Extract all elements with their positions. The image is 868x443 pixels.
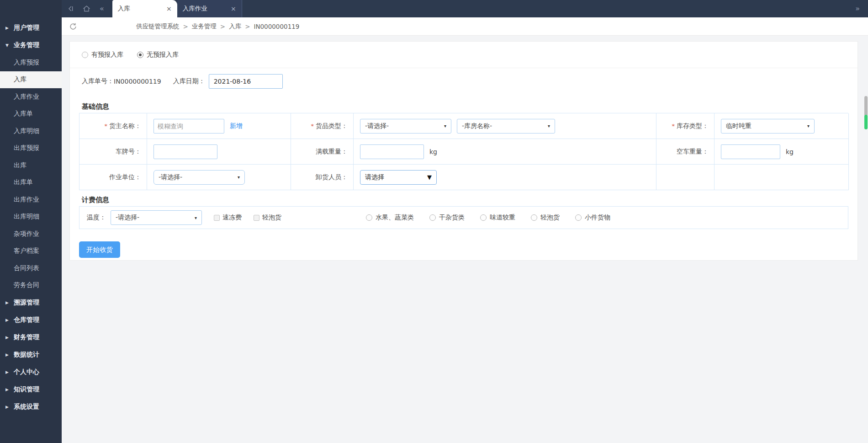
tab-inbound[interactable]: 入库 × <box>112 0 177 17</box>
sidebar-item-inbound-detail[interactable]: 入库明细 <box>0 123 62 140</box>
checkbox-light-bulky[interactable]: 轻泡货 <box>254 213 281 222</box>
select-value: -请选择- <box>365 122 389 130</box>
breadcrumb-item[interactable]: 供应链管理系统 <box>136 22 180 31</box>
breadcrumb-item: IN0000000119 <box>254 23 299 30</box>
plate-no-input[interactable] <box>153 144 217 159</box>
radio-label: 味道较重 <box>490 213 515 222</box>
sidebar-group-personal-center[interactable]: ▶个人中心 <box>0 363 62 381</box>
owner-name-input[interactable] <box>153 119 224 133</box>
radio-light-bulky-goods[interactable]: 轻泡货 <box>531 213 560 222</box>
radio-icon[interactable] <box>366 214 372 221</box>
unloader-select[interactable]: 请选择▼ <box>360 170 437 185</box>
chevron-down-icon: ▾ <box>444 123 446 128</box>
required-asterisk: * <box>672 123 675 129</box>
full-weight-label: 满载重量： <box>291 139 354 165</box>
radio-small-items[interactable]: 小件货物 <box>575 213 610 222</box>
sidebar-group-trace-mgmt[interactable]: ▶溯源管理 <box>0 294 62 311</box>
breadcrumb: 供应链管理系统 > 业务管理 > 入库 > IN0000000119 <box>136 22 299 31</box>
breadcrumb-item[interactable]: 业务管理 <box>192 22 217 31</box>
radio-fruit-vegetable[interactable]: 水果、蔬菜类 <box>366 213 414 222</box>
chevron-right-icon: ▶ <box>5 387 10 392</box>
inbound-form-panel: 有预报入库 无预报入库 入库单号：IN0000000119 入库日期： 基础信息… <box>69 41 858 261</box>
sidebar-item-outbound-work[interactable]: 出库作业 <box>0 191 62 208</box>
warehouse-name-select[interactable]: -库房名称-▾ <box>457 119 555 133</box>
sidebar-group-label: 仓库管理 <box>14 316 39 324</box>
scrollbar-thumb-gray[interactable] <box>864 96 868 116</box>
checkbox-label: 速冻费 <box>222 213 242 222</box>
empty-weight-input[interactable] <box>721 144 780 159</box>
sidebar-group-user-mgmt[interactable]: ▶用户管理 <box>0 19 62 37</box>
work-unit-select[interactable]: -请选择-▾ <box>153 170 245 185</box>
sidebar-item-customer-files[interactable]: 客户档案 <box>0 243 62 260</box>
sidebar-group-label: 数据统计 <box>14 351 39 359</box>
checkbox-label: 轻泡货 <box>262 213 281 222</box>
sidebar-item-misc-work[interactable]: 杂项作业 <box>0 225 62 243</box>
radio-label: 水果、蔬菜类 <box>376 213 414 222</box>
add-owner-link[interactable]: 新增 <box>230 122 243 130</box>
sidebar-group-system-settings[interactable]: ▶系统设置 <box>0 398 62 416</box>
inbound-date-input[interactable] <box>209 74 283 89</box>
breadcrumb-separator: > <box>245 23 250 30</box>
sidebar-item-outbound[interactable]: 出库 <box>0 157 62 174</box>
home-icon[interactable] <box>83 5 90 12</box>
chevron-down-icon: ▾ <box>548 123 550 128</box>
radio-label: 干杂货类 <box>439 213 465 222</box>
goods-type-select[interactable]: -请选择-▾ <box>360 119 451 133</box>
sidebar-item-contract-list[interactable]: 合同列表 <box>0 260 62 277</box>
sidebar-item-labor-contract[interactable]: 劳务合同 <box>0 277 62 294</box>
stock-type-select[interactable]: 临时吨重▾ <box>721 119 815 133</box>
radio-icon[interactable] <box>575 214 582 221</box>
scroll-tabs-right-icon[interactable]: » <box>855 5 860 12</box>
scroll-tabs-left-icon[interactable]: « <box>100 5 104 12</box>
order-date-label: 入库日期： <box>173 77 205 85</box>
sidebar-group-warehouse-mgmt[interactable]: ▶仓库管理 <box>0 311 62 329</box>
radio-strong-odor[interactable]: 味道较重 <box>480 213 515 222</box>
sidebar-item-outbound-forecast[interactable]: 出库预报 <box>0 140 62 157</box>
radio-icon[interactable] <box>480 214 487 221</box>
empty-cell <box>656 165 715 190</box>
chevron-down-icon: ▾ <box>807 123 810 128</box>
temperature-select[interactable]: -请选择-▾ <box>111 210 202 225</box>
full-weight-input[interactable] <box>360 144 424 159</box>
sidebar-item-inbound-work[interactable]: 入库作业 <box>0 88 62 106</box>
checkbox-quick-freeze-fee[interactable]: 速冻费 <box>214 213 242 222</box>
sidebar-item-outbound-detail[interactable]: 出库明细 <box>0 208 62 226</box>
start-receiving-button[interactable]: 开始收货 <box>79 241 120 258</box>
sidebar-group-knowledge-mgmt[interactable]: ▶知识管理 <box>0 381 62 398</box>
chevron-right-icon: ▶ <box>5 370 10 374</box>
close-icon[interactable]: × <box>166 5 172 12</box>
radio-dry-goods[interactable]: 干杂货类 <box>429 213 465 222</box>
breadcrumb-item[interactable]: 入库 <box>229 22 241 31</box>
sidebar-group-data-stats[interactable]: ▶数据统计 <box>0 346 62 363</box>
radio-icon[interactable] <box>429 214 436 221</box>
sidebar-group-label: 用户管理 <box>14 24 39 32</box>
scrollbar-thumb-green[interactable] <box>864 115 868 129</box>
owner-name-label: *货主名称： <box>79 113 147 139</box>
radio-with-forecast[interactable]: 有预报入库 <box>82 51 123 59</box>
back-to-start-icon[interactable] <box>67 5 74 12</box>
select-value: 临时吨重 <box>726 122 752 130</box>
sidebar-item-outbound-order[interactable]: 出库单 <box>0 174 62 192</box>
section-title-billing: 计费信息 <box>82 196 109 204</box>
chevron-down-icon: ▼ <box>5 43 10 48</box>
radio-icon[interactable] <box>531 214 537 221</box>
close-icon[interactable]: × <box>231 5 236 12</box>
sidebar-item-inbound-forecast[interactable]: 入库预报 <box>0 54 62 71</box>
radio-icon[interactable] <box>82 52 88 58</box>
chevron-right-icon: ▶ <box>5 405 10 409</box>
checkbox-icon[interactable] <box>214 215 220 221</box>
tab-inbound-work[interactable]: 入库作业 × <box>177 0 242 17</box>
sidebar-item-inbound[interactable]: 入库 <box>0 71 62 89</box>
checkbox-icon[interactable] <box>254 215 259 221</box>
radio-checked-icon[interactable] <box>137 52 143 58</box>
sidebar-item-inbound-order[interactable]: 入库单 <box>0 106 62 123</box>
top-bar: « 入库 × 入库作业 × » <box>62 0 868 17</box>
main-content: 有预报入库 无预报入库 入库单号：IN0000000119 入库日期： 基础信息… <box>62 36 868 443</box>
refresh-icon[interactable] <box>69 22 78 31</box>
radio-without-forecast[interactable]: 无预报入库 <box>137 51 179 59</box>
sidebar-group-finance-mgmt[interactable]: ▶财务管理 <box>0 329 62 346</box>
scrollbar-thumb[interactable] <box>864 96 868 129</box>
unloader-label: 卸货人员： <box>291 165 354 190</box>
sidebar-group-business-mgmt[interactable]: ▼业务管理 <box>0 37 62 54</box>
chevron-right-icon: ▶ <box>5 318 10 322</box>
